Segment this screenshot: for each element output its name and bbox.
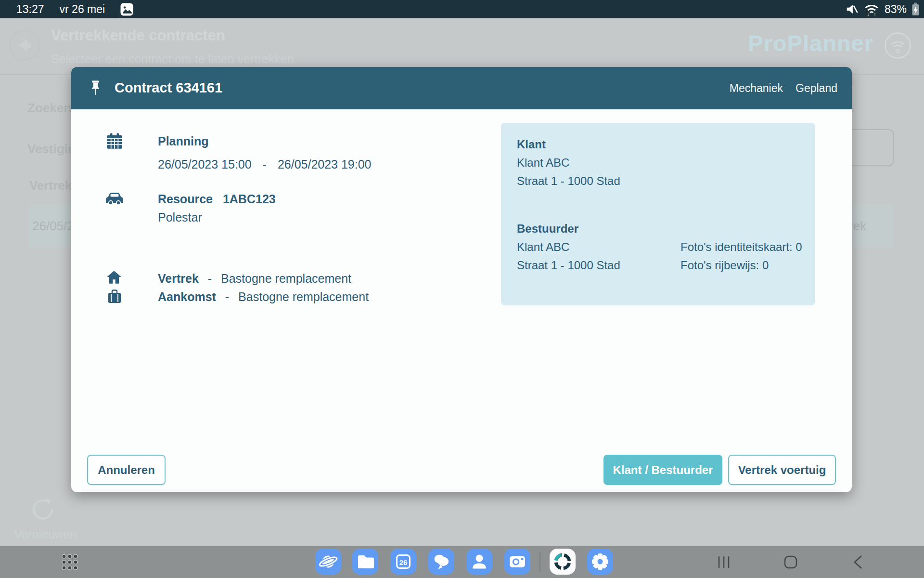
calendar-glyph: 26 xyxy=(390,549,416,575)
resource-id: 1ABC123 xyxy=(223,192,276,206)
battery-icon xyxy=(911,2,920,16)
internet-app-icon[interactable] xyxy=(315,549,341,575)
connectivity-icon[interactable] xyxy=(884,32,911,59)
home-icon xyxy=(106,270,122,285)
gear-icon xyxy=(587,549,613,575)
vertrek-line: Vertrek - Bastogne remplacement xyxy=(158,271,351,286)
gallery-notification-icon xyxy=(120,3,133,16)
refresh-label: Vernieuwen xyxy=(14,527,77,541)
calendar-icon xyxy=(106,132,123,150)
bestuurder-heading: Bestuurder xyxy=(517,222,578,236)
planning-end: 26/05/2023 19:00 xyxy=(278,158,372,171)
dialog-header: Contract 634161 Mechaniek Gepland xyxy=(71,67,852,109)
back-nav-button[interactable] xyxy=(850,554,865,570)
proplanner-logo-icon xyxy=(550,549,576,575)
page-subtitle: Selecteer een contract om te laten vertr… xyxy=(51,52,294,66)
status-bar: 13:27 vr 26 mei ↓ ↑ 83% xyxy=(0,0,924,18)
calendar-app-icon[interactable]: 26 xyxy=(390,549,416,575)
vertrek-label: Vertrek xyxy=(29,178,72,193)
svg-text:↑: ↑ xyxy=(873,12,876,16)
planet-icon xyxy=(315,549,341,575)
vertrek-location: Bastogne remplacement xyxy=(221,272,351,285)
resource-line: Resource 1ABC123 xyxy=(158,192,276,206)
depart-vehicle-button[interactable]: Vertrek voertuig xyxy=(728,455,836,485)
planning-start: 26/05/2023 15:00 xyxy=(158,158,252,171)
tag-mechaniek[interactable]: Mechaniek xyxy=(730,82,783,95)
bestuurder-address: Straat 1 - 1000 Stad xyxy=(517,258,620,273)
back-arrow-icon xyxy=(15,37,34,53)
dialog-title: Contract 634161 xyxy=(115,80,222,96)
bestuurder-name: Klant ABC xyxy=(517,240,569,254)
pin-icon[interactable] xyxy=(90,79,102,96)
camera-icon xyxy=(504,549,530,575)
klant-heading: Klant xyxy=(517,137,546,152)
zoeken-label: Zoeken xyxy=(27,101,71,116)
photos-license-count: Foto's rijbewijs: 0 xyxy=(680,258,769,273)
settings-app-icon[interactable] xyxy=(587,549,613,575)
cancel-button[interactable]: Annuleren xyxy=(87,455,166,485)
taskbar-separator xyxy=(539,552,540,572)
chat-bubbles-icon xyxy=(428,549,454,575)
contract-dialog: Contract 634161 Mechaniek Gepland Planni… xyxy=(71,67,852,492)
klant-address: Straat 1 - 1000 Stad xyxy=(517,174,620,188)
refresh-icon[interactable] xyxy=(30,496,56,522)
person-icon xyxy=(466,549,492,575)
klant-name: Klant ABC xyxy=(517,156,569,170)
planning-label: Planning xyxy=(158,134,209,148)
status-time: 13:27 xyxy=(16,3,44,16)
calendar-day-number: 26 xyxy=(399,558,408,566)
vertrek-dash: - xyxy=(208,272,212,285)
app-drawer-button[interactable] xyxy=(61,553,79,571)
brand-logo: ProPlanner xyxy=(748,30,873,56)
photos-id-count: Foto's identiteitskaart: 0 xyxy=(680,240,802,254)
taskbar: 26 xyxy=(0,546,924,578)
proplanner-app-icon[interactable] xyxy=(550,549,576,575)
back-button[interactable] xyxy=(9,30,40,61)
client-driver-button[interactable]: Klant / Bestuurder xyxy=(603,455,722,485)
wifi-status-icon: ↓ ↑ xyxy=(863,2,880,16)
planning-dates: 26/05/2023 15:00 - 26/05/2023 19:00 xyxy=(158,157,372,171)
aankomst-dash: - xyxy=(225,290,229,303)
dialog-vertrek-label: Vertrek xyxy=(158,272,199,285)
resource-model: Polestar xyxy=(158,210,202,224)
planning-separator: - xyxy=(263,158,267,171)
screen: 13:27 vr 26 mei ↓ ↑ 83% xyxy=(0,0,924,578)
aankomst-label: Aankomst xyxy=(158,290,216,303)
recents-icon xyxy=(718,555,730,569)
battery-percent: 83% xyxy=(885,3,907,16)
home-button[interactable] xyxy=(783,554,798,570)
page-title: Vertrekkende contracten xyxy=(51,27,225,44)
status-date: vr 26 mei xyxy=(60,3,105,16)
resource-label: Resource xyxy=(158,192,213,206)
home-nav-icon xyxy=(783,555,798,569)
camera-app-icon[interactable] xyxy=(504,549,530,575)
client-driver-panel: Klant Klant ABC Straat 1 - 1000 Stad Bes… xyxy=(501,123,815,305)
briefcase-icon xyxy=(107,288,122,304)
mute-icon xyxy=(845,2,859,16)
tag-gepland[interactable]: Gepland xyxy=(796,82,837,95)
car-icon xyxy=(105,191,124,206)
files-app-icon[interactable] xyxy=(352,549,378,575)
back-chevron-icon xyxy=(852,555,863,569)
folder-icon xyxy=(352,549,378,575)
aankomst-line: Aankomst - Bastogne remplacement xyxy=(158,289,369,304)
recents-button[interactable] xyxy=(716,554,732,570)
aankomst-location: Bastogne remplacement xyxy=(238,290,369,303)
messages-app-icon[interactable] xyxy=(428,549,454,575)
contacts-app-icon[interactable] xyxy=(466,549,492,575)
svg-text:↓: ↓ xyxy=(867,12,869,16)
